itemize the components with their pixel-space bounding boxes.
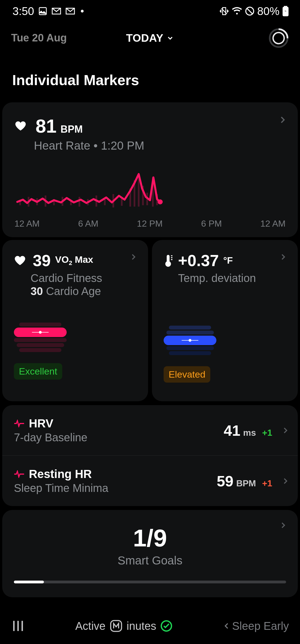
resting-hr-row[interactable]: Resting HR Sleep Time Minima 59 BPM +1 <box>2 455 298 506</box>
goals-progress <box>14 581 286 583</box>
temp-badge: Elevated <box>164 366 210 383</box>
chevron-right-icon <box>278 115 287 125</box>
goals-label: Smart Goals <box>14 554 286 567</box>
square-m-icon <box>109 619 123 633</box>
hrv-title: HRV <box>29 417 53 430</box>
nav-center-label-2: inutes <box>127 620 156 632</box>
temp-range-indicator <box>164 326 216 355</box>
pulse-icon <box>14 420 24 427</box>
vo2-unit: VO2 Max <box>55 254 93 267</box>
thermometer-icon <box>164 254 174 267</box>
gmail-icon <box>51 7 61 15</box>
heart-rate-card[interactable]: 81 BPM Heart Rate • 1:20 PM 12 AM 6 AM 1… <box>2 102 298 237</box>
chevron-left-icon <box>222 620 231 631</box>
pulse-icon <box>14 470 24 478</box>
hrv-subtitle: 7-day Baseline <box>14 431 224 444</box>
svg-point-27 <box>158 199 162 204</box>
heart-icon <box>14 254 26 267</box>
svg-rect-3 <box>284 6 287 7</box>
chevron-down-icon <box>166 34 174 42</box>
status-time: 3:50 <box>12 5 34 18</box>
cardio-age: 30 Cardio Age <box>31 285 136 298</box>
nav-right-label: Sleep Early <box>232 620 289 632</box>
cardio-badge: Excellent <box>14 363 62 380</box>
gmail-icon <box>65 7 75 15</box>
image-icon <box>38 6 48 16</box>
more-dot-icon <box>81 10 84 13</box>
status-battery-pct: 80% <box>257 5 279 18</box>
heart-rate-axis: 12 AM 6 AM 12 PM 6 PM 12 AM <box>14 219 286 229</box>
check-circle-icon <box>160 620 172 632</box>
do-not-disturb-icon <box>245 6 254 16</box>
today-label: TODAY <box>126 32 164 44</box>
chevron-right-icon <box>129 253 138 261</box>
today-dropdown[interactable]: TODAY <box>126 32 174 44</box>
temp-unit: °F <box>223 255 233 266</box>
nav-active-minutes[interactable]: Active inutes <box>75 619 172 633</box>
resting-hr-subtitle: Sleep Time Minima <box>14 482 217 494</box>
cardio-range-indicator <box>14 323 67 352</box>
status-bar: 3:50 80% <box>0 0 300 22</box>
bottom-nav: Active inutes Sleep Early <box>0 608 300 644</box>
vo2-value: 39 <box>33 251 51 270</box>
svg-point-6 <box>273 33 284 44</box>
battery-charging-icon <box>282 6 289 16</box>
hrv-row[interactable]: HRV 7-day Baseline 41 ms +1 <box>2 405 298 455</box>
temp-value: +0.37 <box>178 251 219 270</box>
resting-hr-value: 59 <box>217 472 233 490</box>
chevron-right-icon <box>281 477 289 485</box>
hrv-value: 41 <box>224 422 240 439</box>
hrv-unit: ms <box>243 428 256 438</box>
heart-rate-value: 81 <box>36 115 57 137</box>
heart-rate-chart <box>14 169 286 214</box>
svg-point-29 <box>165 261 171 267</box>
chevron-right-icon <box>279 253 287 261</box>
resting-hr-unit: BPM <box>236 478 256 489</box>
goals-progress-fill <box>14 581 44 583</box>
chevron-right-icon <box>279 521 287 529</box>
nav-menu-button[interactable] <box>11 620 25 632</box>
resting-hr-title: Resting HR <box>29 467 92 481</box>
section-title: Individual Markers <box>0 52 300 100</box>
smart-goals-card[interactable]: 1/9 Smart Goals <box>2 510 298 597</box>
heart-icon <box>14 120 27 132</box>
date-header: Tue 20 Aug TODAY <box>0 22 300 52</box>
cardio-label: Cardio Fitness <box>31 272 136 284</box>
nav-sleep-early[interactable]: Sleep Early <box>222 620 289 632</box>
heart-rate-subtitle: Heart Rate • 1:20 PM <box>34 139 286 152</box>
wifi-icon <box>232 7 242 15</box>
hrv-delta: +1 <box>262 428 272 438</box>
cardio-fitness-card[interactable]: 39 VO2 Max Cardio Fitness 30 Cardio Age … <box>2 240 148 401</box>
nav-center-label-1: Active <box>75 620 106 632</box>
temp-deviation-card[interactable]: +0.37 °F Temp. deviation Elevated <box>152 240 298 401</box>
vibrate-icon <box>219 6 229 16</box>
temp-label: Temp. deviation <box>178 272 286 284</box>
goals-value: 1/9 <box>14 524 286 552</box>
profile-ring-button[interactable] <box>268 28 289 48</box>
chevron-right-icon <box>281 426 289 435</box>
heart-rate-unit: BPM <box>61 123 83 135</box>
header-date[interactable]: Tue 20 Aug <box>11 32 67 44</box>
resting-hr-delta: +1 <box>262 478 272 489</box>
